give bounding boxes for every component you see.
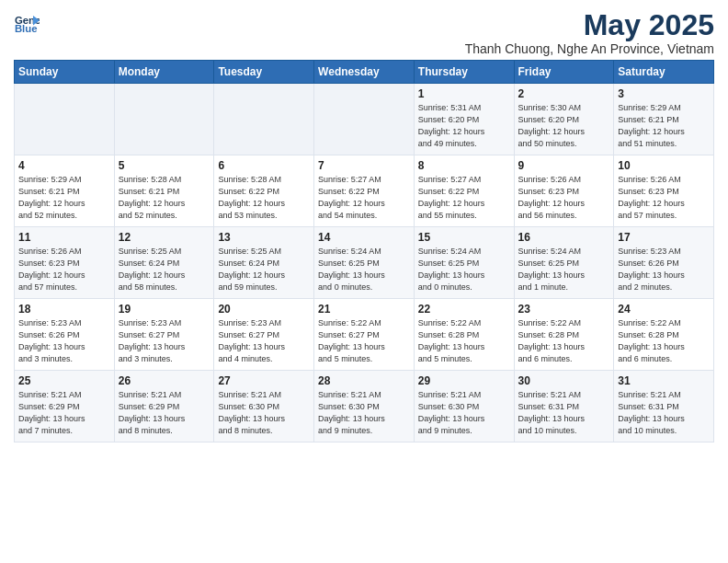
cell-w2-d0: 4Sunrise: 5:29 AM Sunset: 6:21 PM Daylig… [15,155,115,227]
day-number: 27 [218,374,310,387]
day-info: Sunrise: 5:21 AM Sunset: 6:30 PM Dayligh… [418,389,510,437]
cell-w4-d4: 22Sunrise: 5:22 AM Sunset: 6:28 PM Dayli… [414,299,514,371]
day-info: Sunrise: 5:26 AM Sunset: 6:23 PM Dayligh… [618,174,710,222]
cell-w1-d3 [314,84,415,155]
cell-w3-d0: 11Sunrise: 5:26 AM Sunset: 6:23 PM Dayli… [15,227,115,299]
day-info: Sunrise: 5:21 AM Sunset: 6:30 PM Dayligh… [218,389,310,437]
day-info: Sunrise: 5:26 AM Sunset: 6:23 PM Dayligh… [18,246,110,293]
day-number: 22 [418,303,510,316]
day-number: 26 [119,374,210,387]
day-number: 16 [518,231,610,244]
day-number: 8 [418,159,510,172]
day-info: Sunrise: 5:23 AM Sunset: 6:27 PM Dayligh… [119,317,210,365]
day-number: 15 [418,231,510,244]
day-number: 10 [618,159,710,172]
cell-w4-d2: 20Sunrise: 5:23 AM Sunset: 6:27 PM Dayli… [214,299,314,371]
day-number: 19 [119,303,210,316]
day-info: Sunrise: 5:21 AM Sunset: 6:29 PM Dayligh… [18,389,110,437]
week-row-3: 11Sunrise: 5:26 AM Sunset: 6:23 PM Dayli… [15,227,714,299]
day-number: 31 [618,374,710,387]
cell-w1-d6: 3Sunrise: 5:29 AM Sunset: 6:21 PM Daylig… [614,84,714,155]
calendar-title: May 2025 [465,9,714,41]
calendar-header-row: Sunday Monday Tuesday Wednesday Thursday… [15,61,714,84]
col-saturday: Saturday [614,61,714,84]
cell-w4-d5: 23Sunrise: 5:22 AM Sunset: 6:28 PM Dayli… [514,299,614,371]
col-friday: Friday [514,61,614,84]
cell-w2-d1: 5Sunrise: 5:28 AM Sunset: 6:21 PM Daylig… [114,155,214,227]
cell-w5-d3: 28Sunrise: 5:21 AM Sunset: 6:30 PM Dayli… [314,371,415,442]
day-number: 9 [518,159,610,172]
cell-w4-d3: 21Sunrise: 5:22 AM Sunset: 6:27 PM Dayli… [314,299,415,371]
cell-w5-d6: 31Sunrise: 5:21 AM Sunset: 6:31 PM Dayli… [614,371,714,442]
col-sunday: Sunday [15,61,115,84]
day-number: 30 [518,374,610,387]
day-number: 6 [218,159,310,172]
calendar-subtitle: Thanh Chuong, Nghe An Province, Vietnam [465,41,714,56]
day-number: 5 [119,159,210,172]
day-info: Sunrise: 5:27 AM Sunset: 6:22 PM Dayligh… [318,174,410,222]
cell-w3-d2: 13Sunrise: 5:25 AM Sunset: 6:24 PM Dayli… [214,227,314,299]
day-number: 18 [18,303,110,316]
day-info: Sunrise: 5:22 AM Sunset: 6:28 PM Dayligh… [518,317,610,365]
day-info: Sunrise: 5:29 AM Sunset: 6:21 PM Dayligh… [18,174,110,222]
cell-w4-d1: 19Sunrise: 5:23 AM Sunset: 6:27 PM Dayli… [114,299,214,371]
cell-w3-d3: 14Sunrise: 5:24 AM Sunset: 6:25 PM Dayli… [314,227,415,299]
day-info: Sunrise: 5:28 AM Sunset: 6:21 PM Dayligh… [119,174,210,222]
cell-w2-d5: 9Sunrise: 5:26 AM Sunset: 6:23 PM Daylig… [514,155,614,227]
logo: General Blue General Blue [14,9,40,35]
cell-w3-d5: 16Sunrise: 5:24 AM Sunset: 6:25 PM Dayli… [514,227,614,299]
col-tuesday: Tuesday [214,61,314,84]
day-number: 2 [518,87,610,100]
day-number: 1 [418,87,510,100]
day-info: Sunrise: 5:25 AM Sunset: 6:24 PM Dayligh… [119,246,210,293]
cell-w3-d6: 17Sunrise: 5:23 AM Sunset: 6:26 PM Dayli… [614,227,714,299]
day-number: 4 [18,159,110,172]
cell-w2-d6: 10Sunrise: 5:26 AM Sunset: 6:23 PM Dayli… [614,155,714,227]
day-number: 21 [318,303,410,316]
cell-w5-d0: 25Sunrise: 5:21 AM Sunset: 6:29 PM Dayli… [15,371,115,442]
day-number: 25 [18,374,110,387]
col-monday: Monday [114,61,214,84]
day-info: Sunrise: 5:21 AM Sunset: 6:31 PM Dayligh… [618,389,710,437]
cell-w4-d0: 18Sunrise: 5:23 AM Sunset: 6:26 PM Dayli… [15,299,115,371]
day-info: Sunrise: 5:21 AM Sunset: 6:29 PM Dayligh… [119,389,210,437]
day-number: 29 [418,374,510,387]
cell-w2-d4: 8Sunrise: 5:27 AM Sunset: 6:22 PM Daylig… [414,155,514,227]
day-number: 20 [218,303,310,316]
col-thursday: Thursday [414,61,514,84]
cell-w5-d1: 26Sunrise: 5:21 AM Sunset: 6:29 PM Dayli… [114,371,214,442]
calendar-table: Sunday Monday Tuesday Wednesday Thursday… [14,60,714,442]
day-number: 11 [18,231,110,244]
day-info: Sunrise: 5:28 AM Sunset: 6:22 PM Dayligh… [218,174,310,222]
day-info: Sunrise: 5:25 AM Sunset: 6:24 PM Dayligh… [218,246,310,293]
day-info: Sunrise: 5:24 AM Sunset: 6:25 PM Dayligh… [418,246,510,293]
logo-icon: General Blue [14,9,40,35]
col-wednesday: Wednesday [314,61,415,84]
day-number: 3 [618,87,710,100]
day-info: Sunrise: 5:26 AM Sunset: 6:23 PM Dayligh… [518,174,610,222]
day-info: Sunrise: 5:22 AM Sunset: 6:28 PM Dayligh… [418,317,510,365]
day-number: 14 [318,231,410,244]
cell-w1-d0 [15,84,115,155]
cell-w1-d2 [214,84,314,155]
week-row-1: 1Sunrise: 5:31 AM Sunset: 6:20 PM Daylig… [15,84,714,155]
cell-w2-d3: 7Sunrise: 5:27 AM Sunset: 6:22 PM Daylig… [314,155,415,227]
day-number: 24 [618,303,710,316]
cell-w4-d6: 24Sunrise: 5:22 AM Sunset: 6:28 PM Dayli… [614,299,714,371]
day-number: 28 [318,374,410,387]
cell-w5-d2: 27Sunrise: 5:21 AM Sunset: 6:30 PM Dayli… [214,371,314,442]
day-info: Sunrise: 5:29 AM Sunset: 6:21 PM Dayligh… [618,102,710,150]
day-info: Sunrise: 5:30 AM Sunset: 6:20 PM Dayligh… [518,102,610,150]
day-number: 7 [318,159,410,172]
day-info: Sunrise: 5:23 AM Sunset: 6:27 PM Dayligh… [218,317,310,365]
day-info: Sunrise: 5:23 AM Sunset: 6:26 PM Dayligh… [18,317,110,365]
week-row-2: 4Sunrise: 5:29 AM Sunset: 6:21 PM Daylig… [15,155,714,227]
cell-w5-d4: 29Sunrise: 5:21 AM Sunset: 6:30 PM Dayli… [414,371,514,442]
day-info: Sunrise: 5:31 AM Sunset: 6:20 PM Dayligh… [418,102,510,150]
day-number: 12 [119,231,210,244]
day-number: 23 [518,303,610,316]
week-row-4: 18Sunrise: 5:23 AM Sunset: 6:26 PM Dayli… [15,299,714,371]
day-info: Sunrise: 5:27 AM Sunset: 6:22 PM Dayligh… [418,174,510,222]
day-info: Sunrise: 5:21 AM Sunset: 6:30 PM Dayligh… [318,389,410,437]
page-container: General Blue General Blue May 2025 Thanh… [0,0,728,452]
